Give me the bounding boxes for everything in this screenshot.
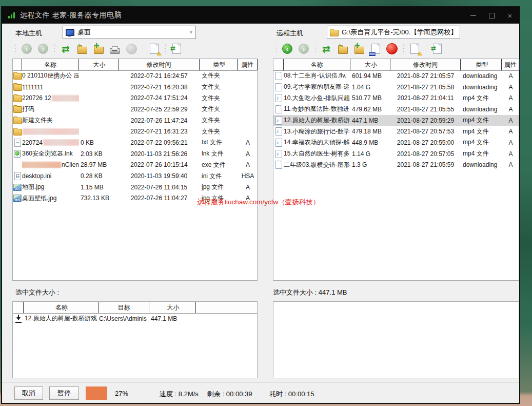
file-type-cell: exe 文件 bbox=[200, 161, 238, 169]
table-row[interactable]: 11111112022-07-21 16:20:38文件夹 bbox=[13, 82, 257, 93]
file-size-cell: 510.77 MB bbox=[350, 94, 390, 102]
file-size-cell: 1.04 G bbox=[350, 84, 390, 91]
file-size-cell: 1.15 MB bbox=[79, 184, 119, 191]
table-row[interactable]: 10.大鱼吃小鱼-排队问题510.77 MB2021-08-27 21:04:1… bbox=[273, 92, 519, 104]
file-type-cell: mp4 文件 bbox=[461, 127, 502, 136]
file-name-cell: 220724 bbox=[22, 139, 79, 146]
minimize-button[interactable] bbox=[464, 7, 482, 24]
column-header-类型[interactable]: 类型 bbox=[461, 59, 502, 70]
media-icon bbox=[275, 127, 282, 136]
table-row[interactable]: desktop.ini0.28 KB2020-11-03 19:59:40ini… bbox=[13, 170, 257, 182]
table-row[interactable]: 08.十二生肖-认识倍.flv.601.94 MB2021-08-27 21:0… bbox=[273, 70, 519, 82]
column-header-大小[interactable]: 大小 bbox=[149, 302, 196, 313]
file-type-cell: lnk 文件 bbox=[200, 149, 238, 158]
file-size-cell: 448.9 MB bbox=[350, 139, 390, 146]
forward-button: › bbox=[36, 42, 50, 55]
local-path-combobox[interactable]: 桌面 ▼ bbox=[63, 26, 196, 39]
file-name-cell bbox=[22, 128, 79, 135]
column-header-icon[interactable] bbox=[273, 59, 284, 70]
file-name: 二年级03.纵横交错-图形 bbox=[284, 161, 350, 169]
table-row[interactable]: 14.幸福农场的大侦探-解448.9 MB2021-08-27 20:55:00… bbox=[273, 137, 519, 148]
row-icon-cell bbox=[273, 139, 284, 147]
file-type-cell: txt 文件 bbox=[200, 138, 238, 147]
queue-name-cell: 12.原始人的树屋-数桥游戏 bbox=[24, 314, 99, 323]
cancel-button[interactable]: 取消 bbox=[14, 386, 43, 400]
row-icon-cell bbox=[13, 128, 22, 136]
chevron-down-icon[interactable]: ▼ bbox=[189, 30, 193, 35]
file-size-cell: 732.13 KB bbox=[79, 195, 119, 202]
file-type-cell: ini 文件 bbox=[200, 172, 238, 181]
table-row[interactable]: 12.原始人的树屋-数桥游447.1 MB2021-08-27 20:59:29… bbox=[273, 115, 519, 126]
paste-file-button[interactable]: ▶ bbox=[408, 42, 421, 55]
table-row[interactable]: 新建文件夹2022-07-26 11:47:24文件夹 bbox=[13, 115, 257, 126]
refresh-button[interactable]: ⇄ bbox=[320, 42, 333, 55]
maximize-button[interactable] bbox=[482, 7, 501, 24]
column-header-修改时间[interactable]: 修改时间 bbox=[119, 59, 200, 70]
table-row[interactable]: 09.考古学家的朋友圈-递1.04 G2021-08-27 21:05:58do… bbox=[273, 82, 519, 93]
table-row[interactable]: 360安全浏览器.lnk2.03 KB2020-11-03 21:56:26ln… bbox=[13, 148, 257, 160]
row-icon-cell bbox=[273, 94, 284, 102]
folder-icon bbox=[330, 30, 339, 36]
column-header-icon[interactable] bbox=[13, 59, 22, 70]
file-attr-cell: A bbox=[502, 72, 519, 80]
queue-row[interactable]: 12.原始人的树屋-数桥游戏C:\Users\Adminis447.1 MB bbox=[13, 313, 257, 324]
table-row[interactable]: 二年级03.纵横交错-图形1.3 G2021-08-27 21:05:59dow… bbox=[273, 160, 519, 171]
html-file-button[interactable]: htm bbox=[369, 42, 382, 55]
printer-button[interactable] bbox=[108, 42, 122, 55]
file-size-cell: 28.97 MB bbox=[79, 161, 119, 168]
column-header-icon[interactable] bbox=[13, 302, 24, 313]
pause-button[interactable]: 暂停 bbox=[49, 386, 79, 400]
row-icon-cell bbox=[273, 127, 284, 136]
column-header-修改时间[interactable]: 修改时间 bbox=[390, 59, 461, 70]
folder-icon bbox=[13, 106, 22, 113]
file-name-cell: 09.考古学家的朋友圈-递 bbox=[284, 83, 350, 91]
file-name-cell: 08.十二生肖-认识倍.flv. bbox=[284, 71, 350, 80]
sync-file-button[interactable]: ⇄ bbox=[170, 42, 183, 55]
file-date-cell: 2020-11-03 19:59:40 bbox=[119, 172, 200, 180]
folder-up-button[interactable]: ↑ bbox=[336, 42, 349, 55]
table-row[interactable]: JPG地图.jpg1.15 MB2022-07-26 11:04:15jpg 文… bbox=[13, 182, 257, 193]
file-name-cell: nClient_12.5.3. bbox=[22, 161, 79, 168]
new-folder-button[interactable]: + bbox=[92, 42, 105, 55]
row-icon-cell bbox=[273, 161, 284, 169]
table-row[interactable]: 13.小糊涂的旅行记-数学479.18 MB2021-08-27 20:57:5… bbox=[273, 126, 519, 137]
media-icon bbox=[275, 117, 282, 125]
file-type-cell: mp4 文件 bbox=[461, 149, 502, 158]
column-header-名称[interactable]: 名称 bbox=[22, 59, 79, 70]
table-row[interactable]: 220726 122022-07-24 17:51:24文件夹 bbox=[13, 92, 257, 104]
media-icon bbox=[275, 139, 282, 147]
table-row[interactable]: 打码2022-07-25 22:59:29文件夹 bbox=[13, 104, 257, 115]
table-row[interactable]: nClient_12.5.3.28.97 MB2022-07-26 10:15:… bbox=[13, 160, 257, 171]
column-header-名称[interactable]: 名称 bbox=[284, 59, 350, 70]
back-button[interactable]: ‹ bbox=[281, 42, 294, 55]
column-header-大小[interactable]: 大小 bbox=[350, 59, 390, 70]
desktop-background: 远程文件 老家-服务器专用电脑 × 本地主机 桌面 ▼ 远程主机 G:\亲自育儿… bbox=[0, 0, 532, 406]
redacted-text bbox=[23, 128, 79, 135]
table-row[interactable]: 11.奇妙的魔法阵-数独进479.62 MB2021-08-27 21:05:5… bbox=[273, 104, 519, 115]
table-row[interactable]: 2022-07-21 16:31:23文件夹 bbox=[13, 126, 257, 137]
redacted-text bbox=[52, 95, 79, 102]
table-row[interactable]: 15.大自然的医生-树有多1.14 G2021-08-27 20:57:05mp… bbox=[273, 148, 519, 160]
file-name: 新建文件夹 bbox=[22, 116, 53, 125]
remote-file-list: 名称大小修改时间类型属性 08.十二生肖-认识倍.flv.601.94 MB20… bbox=[273, 59, 519, 281]
refresh-button[interactable]: ⇄ bbox=[59, 42, 72, 55]
file-date-cell: 2022-07-21 16:24:57 bbox=[119, 72, 200, 80]
close-button[interactable]: × bbox=[501, 7, 519, 24]
table-row[interactable]: 2207240 KB2022-07-22 09:56:21txt 文件A bbox=[13, 137, 257, 148]
column-header-大小[interactable]: 大小 bbox=[79, 59, 119, 70]
disconnect-button[interactable] bbox=[385, 42, 399, 55]
folder-up-button[interactable]: ↑ bbox=[75, 42, 89, 55]
lnk-icon bbox=[14, 150, 21, 158]
column-header-名称[interactable]: 名称 bbox=[24, 302, 99, 313]
column-header-类型[interactable]: 类型 bbox=[200, 59, 238, 70]
column-header-属性[interactable]: 属性 bbox=[238, 59, 258, 70]
new-folder-button[interactable]: + bbox=[352, 42, 366, 55]
queue-rows: 12.原始人的树屋-数桥游戏C:\Users\Adminis447.1 MB bbox=[13, 313, 257, 378]
table-row[interactable]: 0 210110便携办公 压缩2022-07-21 16:24:57文件夹 bbox=[13, 70, 257, 82]
column-header-属性[interactable]: 属性 bbox=[502, 59, 520, 70]
sync-file-button[interactable]: ⇄ bbox=[430, 42, 444, 55]
paste-file-button[interactable]: ▶ bbox=[147, 42, 161, 55]
column-header-目标[interactable]: 目标 bbox=[99, 302, 149, 313]
file-name: nClient_12.5.3. bbox=[62, 161, 79, 168]
remote-path-combobox[interactable]: G:\亲自育儿平台-完\00.【学而思网校】 bbox=[327, 26, 460, 39]
